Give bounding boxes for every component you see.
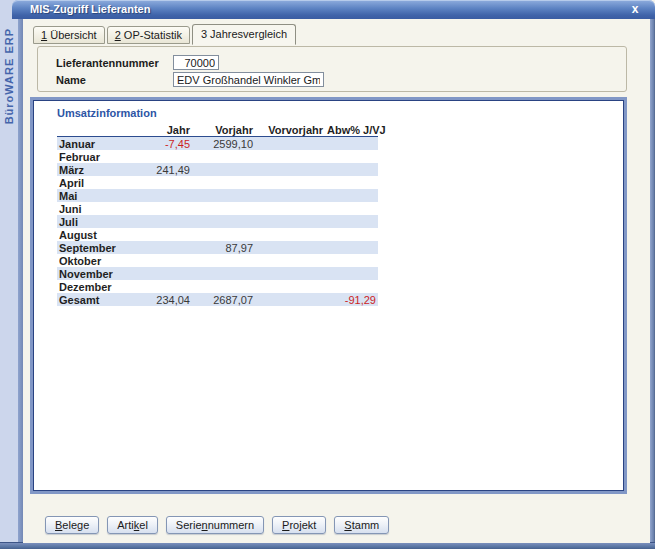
row-value: [255, 228, 325, 241]
table-row: November: [57, 267, 378, 280]
table-row: Februar: [57, 150, 378, 163]
tab-1[interactable]: 1 Übersicht: [33, 26, 105, 44]
row-value: [255, 280, 325, 293]
row-value: [325, 241, 378, 254]
row-value: [325, 215, 378, 228]
supplier-number-label: Lieferantennummer: [56, 57, 173, 69]
row-label: Gesamt: [57, 293, 137, 306]
table-row: Oktober: [57, 254, 378, 267]
row-label: Oktober: [57, 254, 137, 267]
supplier-name-label: Name: [56, 74, 173, 86]
row-value: [255, 293, 325, 306]
row-value: [255, 215, 325, 228]
row-value: [137, 254, 192, 267]
row-label: Juli: [57, 215, 137, 228]
col-header-vorvorjahr: Vorvorjahr: [255, 123, 325, 137]
row-value: -7,45: [137, 137, 192, 151]
row-value: [325, 280, 378, 293]
row-value: 234,04: [137, 293, 192, 306]
row-label: November: [57, 267, 137, 280]
row-value: [325, 163, 378, 176]
tab-3[interactable]: 3 Jahresvergleich: [192, 24, 296, 45]
row-value: [192, 280, 255, 293]
supplier-number-input[interactable]: [173, 55, 219, 70]
table-row: September87,97: [57, 241, 378, 254]
row-value: [325, 176, 378, 189]
col-header-month: [57, 123, 137, 137]
row-value: [255, 241, 325, 254]
col-header-jahr: Jahr: [137, 123, 192, 137]
row-value: [255, 189, 325, 202]
supplier-groupbox: Lieferantennummer Name: [37, 46, 627, 92]
row-value: [192, 189, 255, 202]
row-value: [137, 280, 192, 293]
row-value: [325, 254, 378, 267]
row-label: September: [57, 241, 137, 254]
row-value: [192, 150, 255, 163]
table-row: August: [57, 228, 378, 241]
tab-2[interactable]: 2 OP-Statistik: [107, 26, 190, 44]
supplier-name-input[interactable]: [173, 72, 324, 87]
window-content: 1 Übersicht2 OP-Statistik3 Jahresverglei…: [23, 19, 650, 543]
row-label: Juni: [57, 202, 137, 215]
table-row: Juni: [57, 202, 378, 215]
brand-strip: BüroWARE ERP: [0, 0, 18, 549]
row-value: [255, 176, 325, 189]
row-value: [325, 202, 378, 215]
stamm-button[interactable]: Stamm: [334, 516, 389, 534]
artikel-button[interactable]: Artikel: [107, 516, 158, 534]
seriennummern-button[interactable]: Seriennummern: [166, 516, 264, 534]
row-label: März: [57, 163, 137, 176]
table-row: Januar-7,452599,10: [57, 137, 378, 151]
window-border-bottom: [0, 542, 655, 549]
row-value: [192, 267, 255, 280]
table-row: März241,49: [57, 163, 378, 176]
row-value: [137, 228, 192, 241]
row-label: August: [57, 228, 137, 241]
row-label: Februar: [57, 150, 137, 163]
belege-button[interactable]: Belege: [45, 516, 99, 534]
row-value: 87,97: [192, 241, 255, 254]
window-border-right: [650, 19, 655, 549]
sales-table: JahrVorjahrVorvorjahrAbw% J/VJ Januar-7,…: [57, 123, 378, 306]
close-icon[interactable]: x: [627, 2, 643, 17]
row-value: -91,29: [325, 293, 378, 306]
row-value: [192, 202, 255, 215]
table-row: Juli: [57, 215, 378, 228]
row-label: April: [57, 176, 137, 189]
row-value: [192, 254, 255, 267]
table-row: Gesamt234,042687,07-91,29: [57, 293, 378, 306]
row-value: [192, 163, 255, 176]
col-header-vorjahr: Vorjahr: [192, 123, 255, 137]
row-value: [255, 137, 325, 151]
window-title: MIS-Zugriff Lieferanten: [30, 3, 150, 15]
row-value: [255, 254, 325, 267]
row-value: [192, 228, 255, 241]
row-value: 2687,07: [192, 293, 255, 306]
row-label: Januar: [57, 137, 137, 151]
row-value: [192, 215, 255, 228]
table-row: Dezember: [57, 280, 378, 293]
row-value: [137, 150, 192, 163]
projekt-button[interactable]: Projekt: [272, 516, 326, 534]
row-value: 2599,10: [192, 137, 255, 151]
table-row: Mai: [57, 189, 378, 202]
row-value: [325, 267, 378, 280]
row-label: Dezember: [57, 280, 137, 293]
row-value: [137, 189, 192, 202]
row-value: [255, 163, 325, 176]
brand-label: BüroWARE ERP: [3, 28, 15, 124]
col-header-abw-j-vj: Abw% J/VJ: [325, 123, 378, 137]
row-value: [325, 189, 378, 202]
row-value: [255, 202, 325, 215]
row-value: [137, 267, 192, 280]
row-value: [325, 150, 378, 163]
sales-panel: Umsatzinformation JahrVorjahrVorvorjahrA…: [30, 97, 627, 494]
row-label: Mai: [57, 189, 137, 202]
row-value: [255, 267, 325, 280]
row-value: [325, 228, 378, 241]
window-titlebar: MIS-Zugriff Lieferanten x: [12, 0, 655, 19]
table-row: April: [57, 176, 378, 189]
sales-panel-inner: Umsatzinformation JahrVorjahrVorvorjahrA…: [33, 100, 624, 491]
row-value: [192, 176, 255, 189]
